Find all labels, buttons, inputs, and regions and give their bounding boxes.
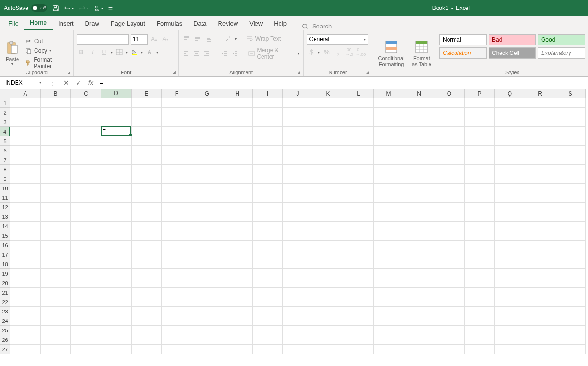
cell-H6[interactable]	[222, 146, 253, 155]
row-header-21[interactable]: 21	[0, 288, 10, 297]
redo-button[interactable]: ▾	[79, 5, 88, 12]
cell-O2[interactable]	[434, 108, 465, 117]
col-header-M[interactable]: M	[374, 89, 404, 98]
cell-I24[interactable]	[253, 316, 283, 326]
cell-M11[interactable]	[374, 193, 404, 203]
cell-D20[interactable]	[101, 278, 132, 288]
cell-K10[interactable]	[313, 184, 343, 193]
cell-N5[interactable]	[404, 136, 434, 146]
cell-K25[interactable]	[313, 326, 343, 335]
cell-S23[interactable]	[555, 307, 586, 316]
cell-P26[interactable]	[465, 335, 495, 345]
cell-P11[interactable]	[465, 193, 495, 203]
increase-decimal-icon[interactable]: .00→.0	[344, 47, 354, 57]
cell-M14[interactable]	[374, 222, 404, 231]
cell-I5[interactable]	[253, 136, 283, 146]
cell-N16[interactable]	[404, 241, 434, 250]
cell-A2[interactable]	[10, 108, 41, 117]
cell-M10[interactable]	[374, 184, 404, 193]
cell-A3[interactable]	[10, 117, 41, 127]
cell-I27[interactable]	[253, 345, 283, 354]
cell-M24[interactable]	[374, 316, 404, 326]
cell-S26[interactable]	[555, 335, 586, 345]
cell-Q26[interactable]	[495, 335, 525, 345]
cell-B20[interactable]	[41, 278, 71, 288]
cell-M15[interactable]	[374, 231, 404, 241]
cell-G6[interactable]	[192, 146, 222, 155]
cell-Q9[interactable]	[495, 174, 525, 184]
decrease-decimal-icon[interactable]: .0→.00	[356, 47, 365, 57]
cell-F1[interactable]	[162, 98, 192, 108]
cell-I12[interactable]	[253, 203, 283, 212]
cell-H13[interactable]	[222, 212, 253, 222]
cell-D1[interactable]	[101, 98, 132, 108]
cell-N20[interactable]	[404, 278, 434, 288]
cell-G22[interactable]	[192, 297, 222, 307]
cell-G1[interactable]	[192, 98, 222, 108]
cell-H27[interactable]	[222, 345, 253, 354]
cell-R19[interactable]	[525, 269, 555, 278]
row-header-7[interactable]: 7	[0, 155, 10, 165]
cell-O27[interactable]	[434, 345, 465, 354]
font-color-button[interactable]: A	[145, 47, 154, 57]
col-header-H[interactable]: H	[222, 89, 253, 98]
cell-A17[interactable]	[10, 250, 41, 259]
cell-O23[interactable]	[434, 307, 465, 316]
cell-O5[interactable]	[434, 136, 465, 146]
cell-Q11[interactable]	[495, 193, 525, 203]
cell-E7[interactable]	[132, 155, 162, 165]
cell-E1[interactable]	[132, 98, 162, 108]
cell-L1[interactable]	[343, 98, 374, 108]
conditional-formatting-button[interactable]: Conditional Formatting	[375, 32, 408, 74]
cell-P23[interactable]	[465, 307, 495, 316]
cell-Q27[interactable]	[495, 345, 525, 354]
cell-M23[interactable]	[374, 307, 404, 316]
cell-Q20[interactable]	[495, 278, 525, 288]
cell-F5[interactable]	[162, 136, 192, 146]
row-header-27[interactable]: 27	[0, 345, 10, 354]
cell-M20[interactable]	[374, 278, 404, 288]
cell-O20[interactable]	[434, 278, 465, 288]
cell-L14[interactable]	[343, 222, 374, 231]
cell-P17[interactable]	[465, 250, 495, 259]
cell-D13[interactable]	[101, 212, 132, 222]
cell-R1[interactable]	[525, 98, 555, 108]
cell-S14[interactable]	[555, 222, 586, 231]
cell-N26[interactable]	[404, 335, 434, 345]
cell-G24[interactable]	[192, 316, 222, 326]
cell-A7[interactable]	[10, 155, 41, 165]
cell-S15[interactable]	[555, 231, 586, 241]
cell-S20[interactable]	[555, 278, 586, 288]
cell-B9[interactable]	[41, 174, 71, 184]
cell-J16[interactable]	[283, 241, 313, 250]
cell-F12[interactable]	[162, 203, 192, 212]
cell-O18[interactable]	[434, 259, 465, 269]
cell-Q7[interactable]	[495, 155, 525, 165]
tab-insert[interactable]: Insert	[53, 17, 79, 30]
cell-B27[interactable]	[41, 345, 71, 354]
cell-J2[interactable]	[283, 108, 313, 117]
cell-L21[interactable]	[343, 288, 374, 297]
tab-file[interactable]: File	[3, 17, 24, 30]
cell-Q12[interactable]	[495, 203, 525, 212]
cell-M7[interactable]	[374, 155, 404, 165]
cell-I25[interactable]	[253, 326, 283, 335]
cell-Q22[interactable]	[495, 297, 525, 307]
cell-M18[interactable]	[374, 259, 404, 269]
cell-N17[interactable]	[404, 250, 434, 259]
cell-E12[interactable]	[132, 203, 162, 212]
cell-N8[interactable]	[404, 165, 434, 174]
style-good[interactable]: Good	[538, 34, 585, 45]
cell-D6[interactable]	[101, 146, 132, 155]
cell-M22[interactable]	[374, 297, 404, 307]
tab-data[interactable]: Data	[188, 17, 212, 30]
cell-J12[interactable]	[283, 203, 313, 212]
cell-P16[interactable]	[465, 241, 495, 250]
increase-font-icon[interactable]: A▴	[149, 35, 159, 44]
cell-H9[interactable]	[222, 174, 253, 184]
cell-A12[interactable]	[10, 203, 41, 212]
cell-I9[interactable]	[253, 174, 283, 184]
cell-C14[interactable]	[71, 222, 101, 231]
col-header-A[interactable]: A	[10, 89, 41, 98]
cell-E22[interactable]	[132, 297, 162, 307]
